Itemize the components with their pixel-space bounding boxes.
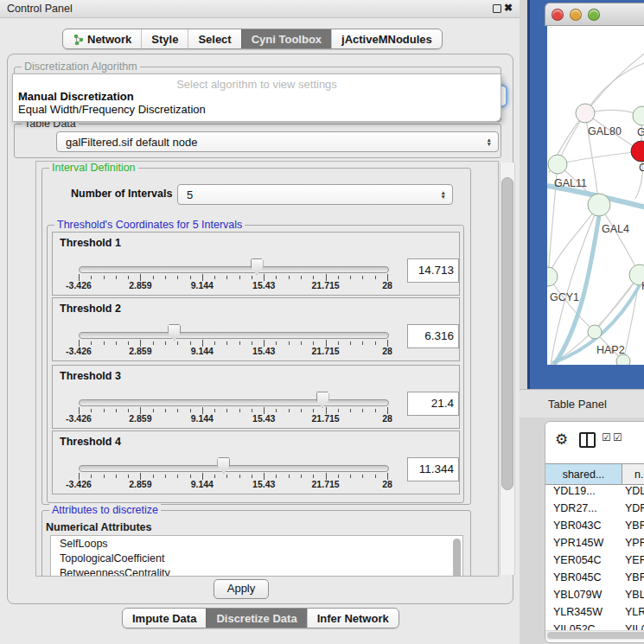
minor-tick	[226, 276, 227, 279]
table-row[interactable]: YBL079WYBL0...	[545, 587, 644, 604]
threshold-label: Threshold 2	[60, 303, 121, 315]
checkbox-icon[interactable]: ☑	[613, 431, 622, 443]
attributes-scrollbar[interactable]	[453, 539, 461, 577]
slider-track[interactable]	[79, 332, 389, 339]
table-hscrollbar-track[interactable]	[545, 630, 644, 641]
checkbox-icon[interactable]: ☑	[602, 431, 611, 443]
slider-track[interactable]	[79, 399, 389, 406]
table-row[interactable]: YER054CYER0...	[545, 552, 644, 570]
table-row[interactable]: YBR045CYBR0...	[545, 570, 644, 587]
network-icon	[73, 34, 84, 45]
minor-tick	[313, 475, 314, 478]
combo-arrows-icon: ▲▼	[487, 132, 492, 151]
tick-label: 2.859	[129, 280, 151, 290]
minor-tick	[313, 276, 314, 279]
attributes-group: Attributes to discretize Numerical Attri…	[41, 510, 471, 577]
settings-scroll-viewport: Interval Definition Number of Intervals …	[35, 161, 499, 577]
minor-tick	[375, 409, 376, 412]
minor-tick	[239, 475, 240, 478]
number-of-intervals-label: Number of Intervals	[71, 188, 172, 200]
minor-tick	[104, 475, 105, 478]
minor-tick	[165, 409, 166, 412]
dropdown-option-equal-width-frequency-discretization[interactable]: Equal Width/Frequency Discretization	[18, 103, 206, 116]
minor-tick	[276, 341, 277, 345]
minor-tick	[190, 475, 191, 478]
slider-track[interactable]	[79, 266, 389, 273]
minimize-traffic-light[interactable]	[570, 9, 582, 21]
network-node[interactable]	[631, 141, 644, 162]
tab-label: Cyni Toolbox	[252, 33, 322, 46]
attribute-item-selfloops[interactable]: SelfLoops	[51, 536, 462, 551]
minor-tick	[91, 475, 92, 478]
minor-tick	[214, 341, 215, 345]
minor-tick	[190, 276, 191, 279]
cell-name: YPR1...	[625, 537, 644, 549]
table-hscrollbar-thumb[interactable]	[547, 632, 644, 639]
column-layout-icon[interactable]	[579, 432, 596, 448]
tab-discretize-data[interactable]: Discretize Data	[206, 609, 306, 628]
threshold-value-field[interactable]: 14.713	[407, 258, 459, 283]
cell-shared-name: YDL19...	[553, 485, 596, 497]
tab-impute-data[interactable]: Impute Data	[123, 609, 206, 628]
table-row[interactable]: YLR345WYLR3...	[545, 604, 644, 622]
dropdown-option-manual-discretization[interactable]: Manual Discretization	[18, 90, 134, 103]
threshold-value-field[interactable]: 11.344	[407, 457, 459, 481]
tab-select[interactable]: Select	[188, 29, 240, 48]
node-label: G	[637, 126, 644, 138]
tab-network[interactable]: Network	[63, 29, 141, 48]
network-node-gal4[interactable]	[588, 194, 610, 216]
slider-track[interactable]	[79, 465, 389, 472]
network-edge	[558, 151, 641, 164]
tab-infer-network[interactable]: Infer Network	[307, 609, 399, 628]
network-node[interactable]	[633, 106, 644, 125]
network-canvas[interactable]: GAL80GCGAL11GAL4GCY1HHAP2	[547, 26, 644, 365]
network-edge	[599, 205, 640, 275]
tab-jactivemnodules[interactable]: jActiveMNodules	[331, 29, 442, 48]
minor-tick	[190, 341, 191, 345]
close-icon[interactable]: ✖	[504, 2, 513, 14]
tab-style[interactable]: Style	[141, 29, 188, 48]
minor-tick	[350, 409, 351, 412]
numerical-attributes-list[interactable]: SelfLoopsTopologicalCoefficientBetweenne…	[50, 535, 463, 577]
tick-label: 2.859	[129, 479, 151, 489]
attribute-item-betweennesscentrality[interactable]: BetweennessCentrality	[51, 565, 462, 577]
network-node-gcy1[interactable]	[547, 267, 558, 286]
minor-tick	[350, 276, 351, 279]
table-row[interactable]: YDL19...YDL1...	[545, 483, 644, 501]
gear-icon[interactable]: ⚙	[555, 430, 568, 449]
tick-label: 21.715	[312, 346, 340, 356]
table-row[interactable]: YDR27...YDR2...	[545, 501, 644, 518]
attribute-items: SelfLoopsTopologicalCoefficientBetweenne…	[51, 536, 462, 577]
apply-button[interactable]: Apply	[214, 579, 269, 599]
table-row[interactable]: YBR043CYBR0...	[545, 518, 644, 535]
minor-tick	[301, 276, 302, 279]
minor-tick	[116, 341, 117, 345]
zoom-traffic-light[interactable]	[588, 9, 600, 21]
minor-tick	[362, 341, 363, 345]
threshold-value-field[interactable]: 21.4	[407, 392, 459, 416]
number-of-intervals-combobox[interactable]: 5 ▲▼	[177, 184, 453, 205]
minor-tick	[91, 341, 92, 345]
column-header-name[interactable]: n...	[622, 464, 644, 484]
network-node-hap2[interactable]	[588, 325, 602, 339]
main-scrollbar-thumb[interactable]	[501, 177, 513, 490]
close-traffic-light[interactable]	[552, 9, 564, 21]
column-header-shared-name[interactable]: shared...	[545, 464, 622, 484]
tab-cyni-toolbox[interactable]: Cyni Toolbox	[241, 29, 331, 48]
minor-tick	[375, 341, 376, 345]
tick-label: 9.144	[191, 413, 214, 424]
table-data-group: Table Data galFiltered.sif default node …	[14, 124, 501, 158]
table-row[interactable]: YIL052CYIL0...	[545, 622, 644, 630]
float-window-icon[interactable]	[493, 4, 501, 13]
network-window-titlebar[interactable]	[545, 3, 644, 26]
cell-name: YBR0...	[625, 520, 644, 532]
threshold-value-field[interactable]: 6.316	[407, 324, 459, 348]
minor-tick	[375, 276, 376, 279]
table-data-combobox[interactable]: galFiltered.sif default node ▲▼	[56, 131, 499, 152]
attribute-item-topologicalcoefficient[interactable]: TopologicalCoefficient	[51, 551, 462, 565]
minor-tick	[116, 409, 117, 412]
table-row[interactable]: YPR145WYPR1...	[545, 535, 644, 552]
network-node-gal11[interactable]	[548, 155, 567, 174]
interval-definition-title: Interval Definition	[49, 162, 138, 174]
network-node-gal80[interactable]	[576, 104, 595, 123]
